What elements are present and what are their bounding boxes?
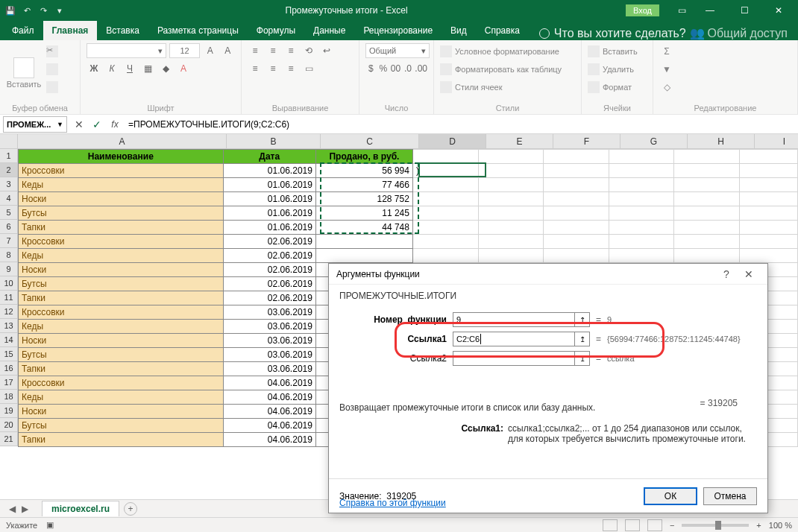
increase-font-icon[interactable]: A bbox=[203, 43, 217, 58]
ribbon-options-icon[interactable]: ▭ bbox=[671, 0, 692, 21]
formula-input[interactable]: =ПРОМЕЖУТОЧНЫЕ.ИТОГИ(9;C2:C6) bbox=[124, 119, 798, 130]
column-header-F[interactable]: F bbox=[553, 134, 621, 149]
row-header-9[interactable]: 9 bbox=[0, 262, 18, 276]
view-normal-icon[interactable] bbox=[603, 519, 618, 531]
cell-value[interactable]: 56 994 bbox=[315, 164, 412, 178]
arg3-range-button[interactable]: ↥ bbox=[575, 351, 590, 366]
copy-icon[interactable] bbox=[46, 63, 58, 75]
select-all-corner[interactable] bbox=[0, 134, 18, 149]
view-page-break-icon[interactable] bbox=[647, 519, 662, 531]
cell-value[interactable] bbox=[315, 249, 412, 263]
arg2-range-button[interactable]: ↥ bbox=[575, 332, 590, 346]
column-header-B[interactable]: B bbox=[227, 134, 321, 149]
macro-record-icon[interactable]: ▣ bbox=[46, 520, 54, 530]
cell[interactable] bbox=[674, 206, 740, 221]
function-help-link[interactable]: Справка по этой функции bbox=[339, 498, 446, 508]
cell[interactable] bbox=[674, 164, 740, 178]
dialog-close-button[interactable]: ✕ bbox=[738, 268, 760, 280]
cell-name[interactable]: Тапки bbox=[19, 221, 224, 235]
fx-button[interactable]: fx bbox=[106, 116, 124, 133]
cell[interactable] bbox=[544, 206, 609, 221]
cell[interactable]: ) bbox=[412, 164, 478, 178]
italic-button[interactable]: К bbox=[104, 61, 119, 76]
wrap-text-icon[interactable]: ↩ bbox=[319, 43, 334, 58]
cell-name[interactable]: Тапки bbox=[19, 362, 224, 376]
cell-date[interactable]: 04.06.2019 bbox=[223, 390, 315, 405]
orientation-icon[interactable]: ⟲ bbox=[301, 43, 316, 58]
cell[interactable] bbox=[674, 178, 740, 192]
column-header-I[interactable]: I bbox=[755, 134, 798, 149]
cell[interactable] bbox=[609, 249, 674, 263]
align-left-icon[interactable]: ≡ bbox=[248, 61, 263, 76]
row-header-17[interactable]: 17 bbox=[0, 376, 18, 390]
cell-name[interactable]: Носки bbox=[19, 192, 224, 206]
arg1-input[interactable]: 9 bbox=[453, 312, 575, 327]
cell-value[interactable]: 44 748 bbox=[315, 221, 412, 235]
paste-button[interactable]: Вставить bbox=[6, 43, 42, 102]
cell-value[interactable] bbox=[315, 235, 412, 249]
cell-name[interactable]: Бутсы bbox=[19, 419, 224, 433]
cell[interactable] bbox=[544, 249, 609, 263]
cell-name[interactable]: Носки bbox=[19, 334, 224, 348]
comma-icon[interactable]: 00 bbox=[390, 61, 401, 76]
cell[interactable] bbox=[674, 235, 740, 249]
cell-name[interactable]: Кеды bbox=[19, 178, 224, 192]
cell-date[interactable]: 02.06.2019 bbox=[223, 277, 315, 291]
redo-icon[interactable]: ↷ bbox=[36, 3, 51, 18]
row-header-12[interactable]: 12 bbox=[0, 305, 18, 319]
cell[interactable] bbox=[412, 235, 478, 249]
autosum-icon[interactable]: Σ bbox=[659, 44, 674, 59]
insert-cells-button[interactable]: Вставить bbox=[588, 43, 638, 60]
row-header-5[interactable]: 5 bbox=[0, 206, 18, 220]
row-header-15[interactable]: 15 bbox=[0, 347, 18, 361]
font-color-button[interactable]: A bbox=[176, 61, 191, 76]
share-button[interactable]: 👥Общий доступ bbox=[690, 26, 788, 40]
cell-date[interactable]: 01.06.2019 bbox=[223, 206, 315, 221]
row-header-3[interactable]: 3 bbox=[0, 177, 18, 191]
table-header[interactable]: Наименование bbox=[19, 150, 224, 164]
number-format-combo[interactable]: Общий▾ bbox=[365, 43, 430, 58]
tab-file[interactable]: Файл bbox=[3, 21, 43, 40]
zoom-out-button[interactable]: − bbox=[670, 521, 674, 530]
cell-value[interactable]: 128 752 bbox=[315, 192, 412, 206]
cut-icon[interactable]: ✂ bbox=[46, 45, 58, 57]
merge-icon[interactable]: ▭ bbox=[301, 61, 316, 76]
delete-cells-button[interactable]: Удалить bbox=[588, 61, 638, 77]
cell-name[interactable]: Тапки bbox=[19, 291, 224, 305]
view-page-layout-icon[interactable] bbox=[625, 519, 640, 531]
sheet-tab[interactable]: microexcel.ru bbox=[42, 501, 119, 516]
cell[interactable] bbox=[412, 221, 478, 235]
arg2-input[interactable]: C2:C6 bbox=[453, 332, 575, 346]
zoom-slider[interactable] bbox=[682, 524, 749, 527]
cell-name[interactable]: Кроссовки bbox=[19, 376, 224, 390]
cell[interactable] bbox=[412, 249, 478, 263]
sheet-nav-prev-icon[interactable]: ◀ bbox=[9, 504, 16, 514]
zoom-level[interactable]: 100 % bbox=[769, 521, 792, 530]
cell-name[interactable]: Кроссовки bbox=[19, 305, 224, 320]
cell[interactable] bbox=[478, 178, 544, 192]
cell[interactable] bbox=[609, 164, 674, 178]
cell[interactable] bbox=[609, 150, 674, 164]
cell[interactable] bbox=[740, 221, 798, 235]
row-header-2[interactable]: 2 bbox=[0, 163, 18, 177]
decrease-font-icon[interactable]: A bbox=[221, 43, 235, 58]
row-header-18[interactable]: 18 bbox=[0, 390, 18, 404]
cell[interactable] bbox=[412, 178, 478, 192]
column-header-C[interactable]: C bbox=[321, 134, 419, 149]
cell[interactable] bbox=[740, 206, 798, 221]
cell[interactable] bbox=[674, 221, 740, 235]
cell-name[interactable]: Кроссовки bbox=[19, 235, 224, 249]
cell-date[interactable]: 04.06.2019 bbox=[223, 433, 315, 447]
cell-date[interactable]: 01.06.2019 bbox=[223, 221, 315, 235]
cell[interactable] bbox=[609, 178, 674, 192]
cell[interactable] bbox=[412, 192, 478, 206]
row-header-10[interactable]: 10 bbox=[0, 276, 18, 291]
format-cells-button[interactable]: Формат bbox=[588, 79, 638, 95]
cell[interactable] bbox=[674, 150, 740, 164]
cancel-button[interactable]: Отмена bbox=[703, 487, 757, 505]
cell[interactable] bbox=[609, 221, 674, 235]
cell[interactable] bbox=[609, 235, 674, 249]
cell-date[interactable]: 04.06.2019 bbox=[223, 376, 315, 390]
percent-icon[interactable]: % bbox=[378, 61, 389, 76]
tab-insert[interactable]: Вставка bbox=[97, 21, 148, 40]
